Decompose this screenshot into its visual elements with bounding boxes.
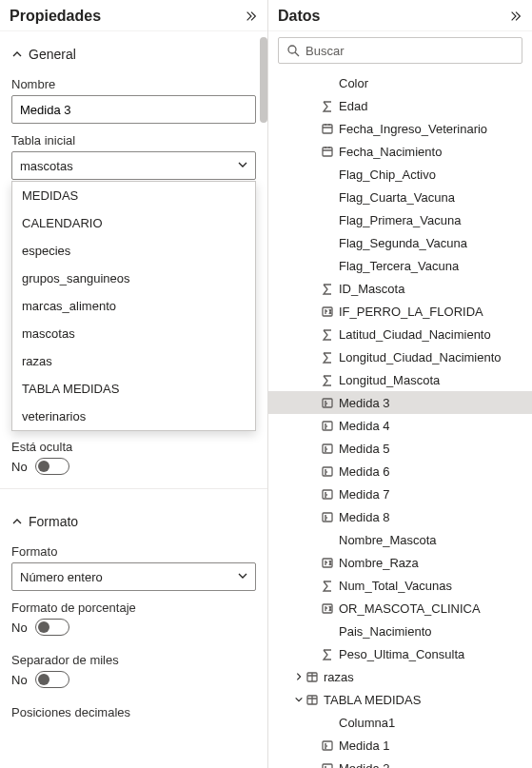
- format-select[interactable]: Número entero: [11, 562, 256, 591]
- tree-node-label: Peso_Ultima_Consulta: [339, 647, 464, 661]
- initial-table-option[interactable]: marcas_alimento: [12, 292, 255, 320]
- tree-node-label: Pais_Nacimiento: [339, 624, 432, 639]
- fx-icon: [320, 556, 335, 569]
- properties-header: Propiedades: [0, 0, 267, 31]
- tree-node-label: IF_PERRO_LA_FLORIDA: [339, 305, 483, 319]
- chevron-up-icon: [11, 49, 23, 60]
- initial-table-option[interactable]: veterinarios: [12, 403, 255, 430]
- fx-icon: [320, 601, 335, 615]
- tree-node[interactable]: Longitud_Ciudad_Nacimiento: [268, 345, 532, 368]
- tree-node[interactable]: Medida 2: [268, 757, 532, 768]
- section-format-header[interactable]: Formato: [11, 502, 256, 535]
- is-hidden-toggle[interactable]: [35, 458, 69, 475]
- sigma-icon: [320, 282, 335, 295]
- tree-node-label: Nombre_Raza: [339, 556, 419, 570]
- data-title: Datos: [278, 8, 320, 25]
- initial-table-option[interactable]: grupos_sanguineos: [12, 265, 255, 292]
- search-placeholder: Buscar: [305, 44, 344, 58]
- initial-table-select[interactable]: mascotas: [11, 151, 256, 180]
- properties-title: Propiedades: [10, 8, 101, 25]
- format-label: Formato: [11, 544, 256, 559]
- tree-node-label: Longitud_Mascota: [339, 373, 440, 387]
- search-input[interactable]: Buscar: [278, 37, 522, 64]
- percentage-format-toggle[interactable]: [35, 619, 69, 636]
- tree-node[interactable]: Nombre_Raza: [268, 551, 532, 574]
- date-icon: [320, 122, 335, 135]
- tree-node-label: TABLA MEDIDAS: [324, 693, 421, 707]
- tree-node[interactable]: IF_PERRO_LA_FLORIDA: [268, 300, 532, 323]
- percentage-format-value: No: [11, 620, 28, 635]
- tree-node[interactable]: Num_Total_Vacunas: [268, 574, 532, 597]
- section-general-header[interactable]: General: [11, 35, 256, 68]
- thousands-sep-label: Separador de miles: [11, 653, 256, 667]
- sigma-icon: [320, 350, 335, 364]
- is-hidden-label: Está oculta: [11, 440, 256, 454]
- measure-icon: [320, 464, 335, 478]
- tree-node[interactable]: razas: [268, 665, 532, 688]
- initial-table-option[interactable]: especies: [12, 237, 255, 265]
- tree-node[interactable]: Flag_Tercera_Vacuna: [268, 254, 532, 277]
- tree-node[interactable]: TABLA MEDIDAS: [268, 688, 532, 711]
- tree-node-label: razas: [324, 670, 354, 684]
- tree-node-label: Fecha_Ingreso_Veterinario: [339, 122, 487, 136]
- collapse-data-icon[interactable]: [509, 10, 522, 23]
- tree-node[interactable]: Medida 5: [268, 437, 532, 460]
- tree-node[interactable]: Flag_Segunda_Vacuna: [268, 231, 532, 254]
- chevron-down-icon: [237, 570, 248, 584]
- tree-node[interactable]: Fecha_Ingreso_Veterinario: [268, 117, 532, 140]
- tree-node[interactable]: Flag_Cuarta_Vacuna: [268, 186, 532, 208]
- initial-table-option[interactable]: mascotas: [12, 320, 255, 347]
- tree-node[interactable]: Longitud_Mascota: [268, 368, 532, 391]
- format-value: Número entero: [20, 570, 103, 584]
- tree-node[interactable]: Medida 6: [268, 460, 532, 482]
- tree-node-label: Flag_Cuarta_Vacuna: [339, 190, 455, 205]
- tree-node[interactable]: Medida 8: [268, 505, 532, 528]
- initial-table-option[interactable]: MEDIDAS: [12, 182, 255, 209]
- initial-table-option[interactable]: CALENDARIO: [12, 209, 255, 237]
- initial-table-label: Tabla inicial: [11, 133, 256, 148]
- tree-node[interactable]: Color: [268, 71, 532, 94]
- tree-node[interactable]: Flag_Primera_Vacuna: [268, 208, 532, 231]
- name-label: Nombre: [11, 77, 256, 91]
- tree-node[interactable]: Pais_Nacimiento: [268, 620, 532, 642]
- tree-node-label: Nombre_Mascota: [339, 533, 437, 547]
- tree-node[interactable]: Medida 7: [268, 482, 532, 505]
- percentage-format-label: Formato de porcentaje: [11, 601, 256, 615]
- tree-node-label: Flag_Primera_Vacuna: [339, 213, 461, 227]
- tree-node[interactable]: Medida 1: [268, 734, 532, 757]
- table-icon: [305, 670, 320, 683]
- tree-node[interactable]: OR_MASCOTA_CLINICA: [268, 597, 532, 620]
- initial-table-dropdown[interactable]: MEDIDASCALENDARIOespeciesgrupos_sanguine…: [11, 181, 256, 431]
- measure-icon: [320, 442, 335, 455]
- search-icon: [286, 44, 300, 57]
- tree-node-label: Medida 6: [339, 464, 389, 479]
- sigma-icon: [320, 647, 335, 660]
- properties-scrollbar[interactable]: [260, 37, 267, 737]
- tree-node[interactable]: Edad: [268, 94, 532, 117]
- tree-node-label: Latitud_Ciudad_Nacimiento: [339, 327, 491, 342]
- tree-node-label: Medida 5: [339, 442, 389, 456]
- sigma-icon: [320, 99, 335, 112]
- tree-node[interactable]: Medida 4: [268, 414, 532, 437]
- thousands-sep-toggle[interactable]: [35, 671, 69, 688]
- tree-node-label: Columna1: [339, 716, 395, 730]
- tree-node[interactable]: Columna1: [268, 711, 532, 734]
- collapse-properties-icon[interactable]: [245, 10, 258, 23]
- tree-node[interactable]: Flag_Chip_Activo: [268, 163, 532, 186]
- chevron-right-icon: [293, 672, 305, 681]
- name-input[interactable]: [11, 95, 256, 124]
- tree-node[interactable]: ID_Mascota: [268, 277, 532, 300]
- decimal-places-label: Posiciones decimales: [11, 705, 256, 719]
- tree-node[interactable]: Peso_Ultima_Consulta: [268, 642, 532, 665]
- tree-node-label: Fecha_Nacimiento: [339, 145, 442, 159]
- tree-node[interactable]: Medida 3: [268, 391, 532, 414]
- tree-node[interactable]: Latitud_Ciudad_Nacimiento: [268, 323, 532, 345]
- tree-node-label: Num_Total_Vacunas: [339, 579, 452, 593]
- tree-node-label: ID_Mascota: [339, 282, 404, 296]
- initial-table-option[interactable]: razas: [12, 347, 255, 375]
- tree-node[interactable]: Fecha_Nacimiento: [268, 140, 532, 163]
- tree-node[interactable]: Nombre_Mascota: [268, 528, 532, 551]
- fields-tree[interactable]: ColorEdadFecha_Ingreso_VeterinarioFecha_…: [268, 69, 532, 768]
- initial-table-option[interactable]: TABLA MEDIDAS: [12, 375, 255, 403]
- chevron-down-icon: [237, 159, 248, 173]
